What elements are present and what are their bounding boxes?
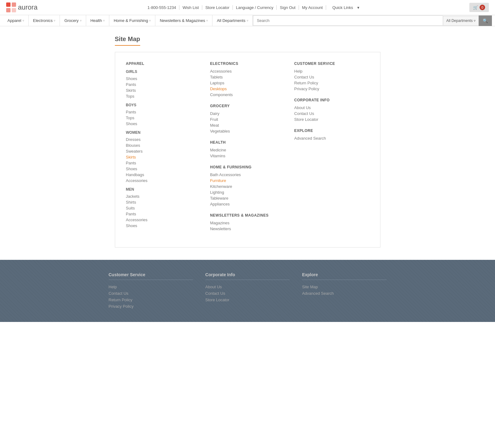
electronics-components-link[interactable]: Components <box>210 92 285 98</box>
explore-section: EXPLORE Advanced Search <box>294 129 369 141</box>
nav-item-home-furnishing[interactable]: Home & Furnishing ▿ <box>109 15 155 26</box>
women-sweaters-link[interactable]: Sweaters <box>126 148 201 154</box>
nav-item-apparel[interactable]: Apparel ▿ <box>3 15 29 26</box>
electronics-laptops-link[interactable]: Laptops <box>210 80 285 86</box>
women-blouses-link[interactable]: Blouses <box>126 142 201 148</box>
health-section: HEALTH Medicine Vitamins <box>210 140 285 159</box>
nav-item-grocery[interactable]: Grocery ▿ <box>60 15 86 26</box>
women-pants-link[interactable]: Pants <box>126 160 201 166</box>
men-jackets-link[interactable]: Jackets <box>126 193 201 199</box>
health-medicine-link[interactable]: Medicine <box>210 147 285 153</box>
home-appliances-link[interactable]: Appliances <box>210 201 285 207</box>
footer-corp-about-us[interactable]: About Us <box>205 284 290 290</box>
girls-skirts-link[interactable]: Skirts <box>126 87 201 93</box>
chevron-down-icon: ▿ <box>149 19 151 22</box>
top-bar: aurora 1-800-555-1234 Wish List Store Lo… <box>0 0 495 15</box>
footer-corp-store-locator[interactable]: Store Locator <box>205 297 290 303</box>
chevron-down-icon: ▿ <box>206 19 208 22</box>
footer-explore-advanced-search[interactable]: Advanced Search <box>302 290 386 297</box>
nav-item-electronics[interactable]: Electronics ▿ <box>29 15 60 26</box>
girls-tops-link[interactable]: Tops <box>126 93 201 99</box>
men-pants-link[interactable]: Pants <box>126 211 201 217</box>
cs-privacy-policy-link[interactable]: Privacy Policy <box>294 86 369 92</box>
home-furniture-link[interactable]: Furniture <box>210 178 285 184</box>
language-currency-link[interactable]: Language / Currency <box>233 5 277 10</box>
health-vitamins-link[interactable]: Vitamins <box>210 153 285 159</box>
electronics-tablets-link[interactable]: Tablets <box>210 74 285 80</box>
corporate-info-section: CORPORATE INFO About Us Contact Us Store… <box>294 98 369 122</box>
footer-corp-contact-us[interactable]: Contact Us <box>205 290 290 297</box>
boys-pants-link[interactable]: Pants <box>126 109 201 115</box>
men-accessories-link[interactable]: Accessories <box>126 217 201 223</box>
grocery-fruit-link[interactable]: Fruit <box>210 116 285 122</box>
phone-number: 1-800-555-1234 <box>145 5 180 10</box>
women-skirts-link[interactable]: Skirts <box>126 154 201 160</box>
footer-cs-contact-us[interactable]: Contact Us <box>109 290 193 297</box>
newsletters-newsletters-link[interactable]: Newsletters <box>210 226 285 232</box>
newsletters-magazines-link[interactable]: Magazines <box>210 220 285 226</box>
men-shoes-link[interactable]: Shoes <box>126 223 201 229</box>
corp-contact-us-link[interactable]: Contact Us <box>294 111 369 116</box>
cart-button[interactable]: 🛒 0 <box>469 3 489 12</box>
footer-explore-heading: Explore <box>302 272 386 280</box>
footer-corporate-info: Corporate Info About Us Contact Us Store… <box>205 272 290 310</box>
footer: Customer Service Help Contact Us Return … <box>0 260 495 322</box>
home-tableware-link[interactable]: Tableware <box>210 195 285 201</box>
girls-shoes-link[interactable]: Shoes <box>126 76 201 82</box>
electronics-desktops-link[interactable]: Desktops <box>210 86 285 92</box>
grocery-vegetables-link[interactable]: Vegetables <box>210 128 285 134</box>
grocery-meat-link[interactable]: Meat <box>210 122 285 128</box>
home-lighting-link[interactable]: Lighting <box>210 189 285 195</box>
women-handbags-link[interactable]: Handbags <box>126 172 201 178</box>
men-suits-link[interactable]: Suits <box>126 205 201 211</box>
footer-cs-return-policy[interactable]: Return Policy <box>109 297 193 303</box>
nav-item-newsletters[interactable]: Newsletters & Magazines ▿ <box>155 15 212 26</box>
search-department-select[interactable]: All Departments ▿ <box>443 16 479 26</box>
electronics-heading: ELECTRONICS <box>210 61 285 66</box>
cart-area[interactable]: 🛒 0 <box>469 3 489 12</box>
page-title: Site Map <box>115 36 140 46</box>
health-heading: HEALTH <box>210 140 285 145</box>
electronics-accessories-link[interactable]: Accessories <box>210 68 285 74</box>
corp-about-us-link[interactable]: About Us <box>294 105 369 111</box>
footer-customer-service: Customer Service Help Contact Us Return … <box>109 272 193 310</box>
cs-contact-us-link[interactable]: Contact Us <box>294 74 369 80</box>
nav-item-health[interactable]: Health ▿ <box>86 15 110 26</box>
home-furnishing-heading: HOME & FURNISHING <box>210 165 285 169</box>
store-locator-link[interactable]: Store Locator <box>202 5 233 10</box>
footer-explore-site-map[interactable]: Site Map <box>302 284 386 290</box>
grocery-dairy-link[interactable]: Dairy <box>210 111 285 116</box>
logo-icon <box>6 2 16 12</box>
boys-tops-link[interactable]: Tops <box>126 115 201 121</box>
quick-links-link[interactable]: Quick Links ▾ <box>326 5 363 10</box>
women-shoes-link[interactable]: Shoes <box>126 166 201 172</box>
electronics-section: ELECTRONICS Accessories Tablets Laptops … <box>210 61 285 98</box>
nav-item-all-departments[interactable]: All Departments ▿ <box>212 15 253 26</box>
cs-help-link[interactable]: Help <box>294 68 369 74</box>
home-kitchenware-link[interactable]: Kitchenware <box>210 184 285 189</box>
newsletters-heading: NEWSLETTERS & MAGAZINES <box>210 213 285 218</box>
footer-cs-privacy-policy[interactable]: Privacy Policy <box>109 303 193 310</box>
men-shirts-link[interactable]: Shirts <box>126 199 201 205</box>
footer-explore: Explore Site Map Advanced Search <box>302 272 386 310</box>
my-account-link[interactable]: My Account <box>299 5 326 10</box>
search-input[interactable] <box>253 15 443 26</box>
explore-advanced-search-link[interactable]: Advanced Search <box>294 135 369 141</box>
brand-name: aurora <box>18 3 38 11</box>
logo-area[interactable]: aurora <box>6 2 38 12</box>
women-dresses-link[interactable]: Dresses <box>126 137 201 142</box>
wish-list-link[interactable]: Wish List <box>179 5 202 10</box>
women-accessories-link[interactable]: Accessories <box>126 178 201 184</box>
women-subheading: WOMEN <box>126 130 201 135</box>
search-button[interactable]: 🔍 <box>479 15 492 26</box>
girls-pants-link[interactable]: Pants <box>126 82 201 87</box>
cart-icon: 🛒 <box>473 5 478 10</box>
apparel-heading: APPAREL <box>126 61 201 66</box>
footer-cs-help[interactable]: Help <box>109 284 193 290</box>
sitemap-column-apparel: APPAREL GIRLS Shoes Pants Skirts Tops BO… <box>121 58 206 241</box>
home-bath-accessories-link[interactable]: Bath Accessories <box>210 172 285 178</box>
sign-out-link[interactable]: Sign Out <box>277 5 299 10</box>
boys-shoes-link[interactable]: Shoes <box>126 121 201 127</box>
cs-return-policy-link[interactable]: Return Policy <box>294 80 369 86</box>
corp-store-locator-link[interactable]: Store Locator <box>294 116 369 122</box>
